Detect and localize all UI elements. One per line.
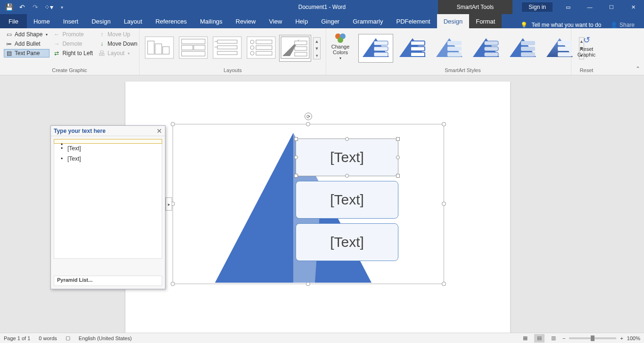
resize-handle[interactable] [345,137,349,141]
tab-references[interactable]: References [149,14,193,28]
zoom-thumb[interactable] [591,335,594,341]
qat-dropdown-icon[interactable]: ▾ [57,2,67,12]
minimize-icon[interactable]: — [579,0,601,14]
style-option-5[interactable] [505,34,540,63]
smartart-selection-box[interactable]: ⟳ ▸ [Text] [173,124,444,284]
resize-handle[interactable] [171,282,175,286]
demote-icon: → [53,41,60,47]
demote-button[interactable]: →Demote [51,40,95,48]
move-down-button[interactable]: ↓Move Down [97,40,139,48]
touch-mode-icon[interactable]: ⁘▾ [43,2,54,12]
read-mode-icon[interactable]: ▦ [520,334,530,343]
text-pane-list: [Text] [Text] [54,139,162,259]
close-icon[interactable]: ✕ [622,0,644,14]
tab-design[interactable]: Design [85,14,117,28]
add-shape-icon: ▭ [6,31,12,38]
text-pane-footer[interactable]: Pyramid List... [54,276,162,286]
zoom-out-icon[interactable]: − [562,335,565,341]
text-pane-toggle[interactable]: ▸ [165,197,172,211]
text-pane-title-bar[interactable]: Type your text here ✕ [51,126,165,136]
resize-handle[interactable] [396,174,400,178]
promote-button[interactable]: ←Promote [51,30,95,39]
print-layout-icon[interactable]: ▤ [534,334,545,343]
text-pane-item[interactable] [54,139,162,143]
tab-insert[interactable]: Insert [57,14,85,28]
tab-help[interactable]: Help [289,14,314,28]
tab-file[interactable]: File [0,14,27,28]
text-pane[interactable]: Type your text here ✕ [Text] [Text] Pyra… [50,125,165,289]
resize-handle[interactable] [306,122,310,126]
language-indicator[interactable]: English (United States) [79,335,132,341]
resize-handle[interactable] [442,282,446,286]
tab-home[interactable]: Home [27,14,57,28]
layout-option-4[interactable] [245,35,277,62]
tab-smartart-format[interactable]: Format [469,14,502,28]
ribbon-display-icon[interactable]: ▭ [557,0,579,14]
resize-handle[interactable] [294,137,298,141]
proofing-icon[interactable]: ▢ [66,335,70,341]
layout-button[interactable]: 品Layout▾ [97,49,139,57]
smartart-text-3[interactable]: [Text] [296,223,398,261]
save-icon[interactable]: 💾 [4,2,14,12]
maximize-icon[interactable]: ☐ [601,0,622,14]
text-pane-close-icon[interactable]: ✕ [157,127,162,135]
chevron-down-icon[interactable]: ▼ [314,45,320,52]
style-option-4[interactable] [469,34,504,63]
expand-gallery-icon[interactable]: ▾ [314,52,320,59]
text-pane-item[interactable]: [Text] [54,143,162,154]
sign-in-button[interactable]: Sign in [522,2,553,12]
move-up-button[interactable]: ↑Move Up [97,30,139,39]
text-pane-button[interactable]: ▤Text Pane [4,49,50,57]
zoom-in-icon[interactable]: + [620,335,623,341]
status-bar: Page 1 of 1 0 words ▢ English (United St… [0,333,644,343]
chevron-up-icon[interactable]: ▲ [314,38,320,45]
tab-layout[interactable]: Layout [117,14,149,28]
page-indicator[interactable]: Page 1 of 1 [4,335,30,341]
svg-rect-40 [447,47,462,51]
svg-rect-49 [521,52,535,57]
style-option-2[interactable] [395,34,430,63]
redo-icon[interactable]: ↷ [30,2,41,12]
text-pane-item[interactable]: [Text] [54,154,162,164]
tab-grammarly[interactable]: Grammarly [346,14,389,28]
resize-handle[interactable] [294,174,298,178]
tell-me[interactable]: 💡 Tell me what you want to do [520,22,601,28]
tab-smartart-design[interactable]: Design [437,14,469,28]
tab-mailings[interactable]: Mailings [193,14,229,28]
layout-option-2[interactable] [177,35,209,62]
smartart-text-1[interactable]: [Text] [296,139,398,176]
tab-pdfelement[interactable]: PDFelement [389,14,437,28]
collapse-ribbon-icon[interactable]: ⌃ [636,65,640,72]
layout-option-pyramid-list[interactable] [279,35,311,62]
resize-handle[interactable] [294,155,298,159]
layout-option-3[interactable] [211,35,243,62]
zoom-level[interactable]: 100% [627,335,640,341]
tab-review[interactable]: Review [229,14,263,28]
page[interactable]: ⟳ ▸ [Text] [125,82,510,336]
tab-ginger[interactable]: Ginger [314,14,346,28]
reset-graphic-button[interactable]: ↺ Reset Graphic [575,30,598,62]
change-colors-button[interactable]: Change Colors ▾ [330,30,351,62]
add-shape-button[interactable]: ▭Add Shape▾ [4,30,50,39]
right-to-left-button[interactable]: ⇄Right to Left [51,49,95,57]
resize-handle[interactable] [396,155,400,159]
add-bullet-button[interactable]: ≔Add Bullet [4,40,50,48]
word-count[interactable]: 0 words [39,335,57,341]
layout-option-1[interactable] [143,35,175,62]
style-option-1[interactable] [358,34,393,63]
resize-handle[interactable] [396,137,400,141]
undo-icon[interactable]: ↶ [17,2,27,12]
resize-handle[interactable] [442,202,446,206]
layouts-gallery-spinner[interactable]: ▲ ▼ ▾ [313,37,321,59]
smartart-text-2[interactable]: [Text] [296,181,398,219]
tab-view[interactable]: View [262,14,289,28]
web-layout-icon[interactable]: ▥ [548,334,559,343]
style-option-3[interactable] [432,34,467,63]
group-create-graphic: ▭Add Shape▾ ≔Add Bullet ▤Text Pane ←Prom… [0,28,140,75]
resize-handle[interactable] [442,122,446,126]
resize-handle[interactable] [171,122,175,126]
share-button[interactable]: 👤 Share [611,22,635,28]
zoom-slider[interactable] [569,337,616,339]
rotate-handle[interactable]: ⟳ [305,113,312,120]
resize-handle[interactable] [345,174,349,178]
